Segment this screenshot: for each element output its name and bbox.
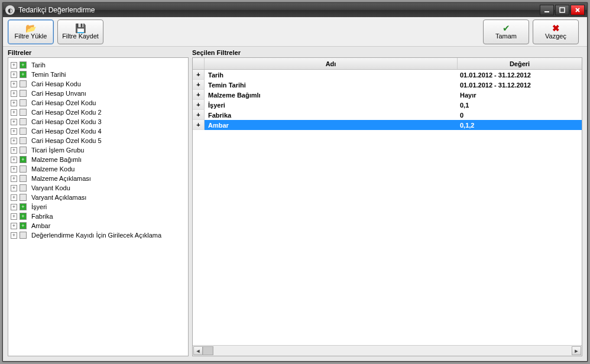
filter-tree-item[interactable]: +Malzeme Kodu: [9, 164, 187, 174]
grid-row[interactable]: +Tarih01.01.2012 - 31.12.2012: [193, 70, 582, 80]
filter-inactive-icon[interactable]: [20, 80, 27, 87]
filter-tree-item[interactable]: ++Malzeme Bağımlı: [9, 155, 187, 164]
grid-cell-value: 0,1,2: [458, 122, 582, 129]
filter-save-label: Filtre Kaydet: [62, 32, 99, 40]
filter-tree-item[interactable]: +Ticari İşlem Grubu: [9, 145, 187, 155]
titlebar: ◐ Tedarikçi Değerlendirme: [3, 3, 587, 17]
tree-expander-icon[interactable]: +: [11, 100, 17, 106]
filter-tree-item[interactable]: +Cari Hesap Özel Kodu: [9, 98, 187, 108]
filter-load-button[interactable]: 📂 Filtre Yükle: [8, 20, 54, 44]
scroll-right-button[interactable]: ►: [572, 346, 581, 355]
tree-expander-icon[interactable]: +: [11, 62, 17, 69]
filter-inactive-icon[interactable]: [20, 90, 27, 97]
filter-inactive-icon[interactable]: [20, 137, 27, 144]
filter-inactive-icon[interactable]: [20, 118, 27, 125]
filter-inactive-icon[interactable]: [20, 109, 27, 116]
tree-expander-icon[interactable]: +: [11, 147, 17, 154]
grid-row[interactable]: +Ambar0,1,2: [193, 120, 582, 130]
filter-inactive-icon[interactable]: [20, 99, 27, 106]
filter-tree-item[interactable]: +Cari Hesap Unvanı: [9, 89, 187, 98]
filter-tree-item[interactable]: +Cari Hesap Özel Kodu 4: [9, 126, 187, 136]
scroll-thumb[interactable]: [203, 346, 213, 355]
filter-inactive-icon[interactable]: [20, 128, 27, 135]
filter-save-button[interactable]: 💾 Filtre Kaydet: [57, 20, 103, 44]
folder-open-icon: 📂: [25, 24, 37, 32]
filter-tree-label: Varyant Kodu: [31, 184, 70, 191]
filter-tree-item[interactable]: +Varyant Kodu: [9, 183, 187, 193]
svg-rect-1: [560, 8, 565, 12]
filter-tree-item[interactable]: +Cari Hesap Özel Kodu 3: [9, 117, 187, 126]
grid-header-value[interactable]: Değeri: [458, 58, 582, 69]
filter-active-icon[interactable]: +: [20, 71, 27, 78]
filter-tree-item[interactable]: +Malzeme Açıklaması: [9, 174, 187, 183]
filter-tree-label: Ambar: [31, 222, 50, 229]
filter-tree-item[interactable]: +Cari Hesap Kodu: [9, 79, 187, 89]
filter-active-icon[interactable]: +: [20, 61, 27, 69]
tree-expander-icon[interactable]: +: [11, 81, 17, 87]
minimize-button[interactable]: [540, 5, 554, 15]
filter-tree-item[interactable]: +Cari Hesap Özel Kodu 2: [9, 108, 187, 117]
save-icon: 💾: [75, 24, 86, 32]
filter-tree-item[interactable]: +Değerlendirme Kayıdı İçin Girilecek Açı…: [9, 230, 187, 240]
filter-tree-label: Malzeme Bağımlı: [31, 156, 82, 163]
tree-expander-icon[interactable]: +: [11, 166, 17, 173]
filter-inactive-icon[interactable]: [20, 184, 27, 191]
filter-inactive-icon[interactable]: [20, 232, 27, 239]
tree-expander-icon[interactable]: +: [11, 223, 17, 229]
filter-active-icon[interactable]: +: [20, 156, 27, 163]
filter-tree-item[interactable]: ++Fabrika: [9, 212, 187, 221]
grid-cell-value: 0: [458, 112, 582, 119]
filter-tree-label: Değerlendirme Kayıdı İçin Girilecek Açık…: [31, 232, 161, 239]
tree-expander-icon[interactable]: +: [11, 157, 17, 163]
tree-expander-icon[interactable]: +: [11, 194, 17, 201]
tree-expander-icon[interactable]: +: [11, 90, 17, 97]
maximize-button[interactable]: [555, 5, 569, 15]
grid-row[interactable]: +İşyeri0,1: [193, 100, 582, 110]
ok-button[interactable]: ✔ Tamam: [483, 20, 529, 44]
cancel-button[interactable]: ✖ Vazgeç: [533, 20, 579, 44]
grid-row[interactable]: +Temin Tarihi01.01.2012 - 31.12.2012: [193, 80, 582, 90]
filter-active-icon[interactable]: +: [20, 213, 27, 220]
filter-tree-item[interactable]: ++Tarih: [9, 60, 187, 70]
filter-tree-item[interactable]: +Cari Hesap Özel Kodu 5: [9, 136, 187, 145]
scroll-track[interactable]: [213, 346, 572, 355]
tree-expander-icon[interactable]: +: [11, 109, 17, 116]
filter-active-icon[interactable]: +: [20, 203, 27, 210]
grid-row-marker-icon[interactable]: +: [193, 90, 205, 100]
scroll-left-button[interactable]: ◄: [193, 346, 203, 355]
filter-inactive-icon[interactable]: [20, 175, 27, 182]
grid-row-marker-icon[interactable]: +: [193, 110, 205, 120]
tree-expander-icon[interactable]: +: [11, 119, 17, 125]
grid-row-marker-icon[interactable]: +: [193, 70, 205, 80]
tree-expander-icon[interactable]: +: [11, 176, 17, 182]
grid-row-marker-icon[interactable]: +: [193, 80, 205, 90]
grid-horizontal-scrollbar: ◄ ►: [193, 345, 582, 356]
filter-active-icon[interactable]: +: [20, 222, 27, 229]
tree-expander-icon[interactable]: +: [11, 213, 17, 220]
filter-tree-item[interactable]: ++Ambar: [9, 221, 187, 230]
filter-tree-label: Malzeme Kodu: [31, 165, 74, 173]
grid-row[interactable]: +Fabrika0: [193, 110, 582, 120]
grid-cell-name: Ambar: [205, 122, 458, 129]
svg-rect-0: [544, 11, 549, 12]
tree-expander-icon[interactable]: +: [11, 185, 17, 191]
filter-tree-item[interactable]: +Varyant Açıklaması: [9, 193, 187, 202]
grid-header: Adı Değeri: [193, 58, 582, 70]
filter-inactive-icon[interactable]: [20, 147, 27, 154]
filter-inactive-icon[interactable]: [20, 194, 27, 201]
tree-expander-icon[interactable]: +: [11, 204, 17, 210]
tree-expander-icon[interactable]: +: [11, 138, 17, 144]
close-button[interactable]: [570, 5, 585, 15]
selected-filters-panel: Seçilen Filtreler Adı Değeri +Tarih01.01…: [192, 49, 582, 356]
grid-header-name[interactable]: Adı: [205, 58, 458, 69]
grid-row[interactable]: +Malzeme BağımlıHayır: [193, 90, 582, 100]
grid-cell-value: 0,1: [458, 102, 582, 109]
tree-expander-icon[interactable]: +: [11, 128, 17, 135]
grid-row-marker-icon[interactable]: +: [193, 120, 205, 130]
filter-tree-item[interactable]: ++İşyeri: [9, 202, 187, 212]
grid-row-marker-icon[interactable]: +: [193, 100, 205, 110]
tree-expander-icon[interactable]: +: [11, 232, 17, 239]
tree-expander-icon[interactable]: +: [11, 72, 17, 78]
filter-tree-item[interactable]: ++Temin Tarihi: [9, 70, 187, 79]
filter-inactive-icon[interactable]: [20, 165, 27, 173]
